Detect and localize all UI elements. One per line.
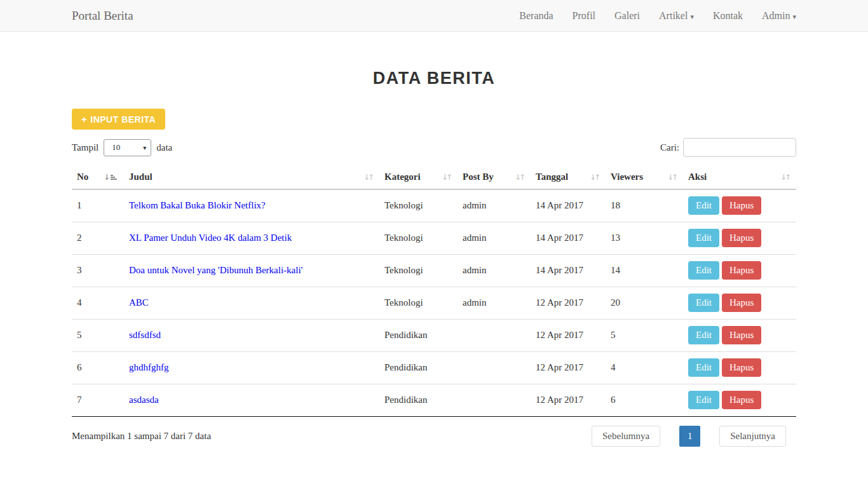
cell-viewers: 4 <box>606 351 683 384</box>
column-label: No <box>77 172 88 182</box>
edit-button[interactable]: Edit <box>688 294 719 312</box>
column-header-tanggal[interactable]: Tanggal↓↑ <box>531 166 606 189</box>
column-header-viewers[interactable]: Viewers↓↑ <box>606 166 683 189</box>
sort-icon: ↓↑ <box>667 173 678 182</box>
input-berita-button[interactable]: +INPUT BERITA <box>72 109 165 130</box>
edit-button[interactable]: Edit <box>688 358 719 377</box>
nav-item-label: Beranda <box>519 10 553 21</box>
sort-icon: ↓↑ <box>442 173 452 182</box>
cell-no: 5 <box>72 319 124 351</box>
hapus-button[interactable]: Hapus <box>722 261 761 280</box>
column-header-judul[interactable]: Judul↓↑ <box>124 166 379 189</box>
search-label: Cari: <box>660 142 679 153</box>
judul-link[interactable]: Telkom Bakal Buka Blokir Netflix? <box>129 200 266 210</box>
nav-item-kontak[interactable]: Kontak <box>703 0 752 32</box>
caret-down-icon: ▾ <box>690 1 694 32</box>
nav-item-label: Profil <box>573 10 595 21</box>
cell-aksi: EditHapus <box>683 222 796 254</box>
hapus-button[interactable]: Hapus <box>722 391 761 409</box>
cell-no: 7 <box>72 384 124 416</box>
table-controls: Tampil 10 ▾ data Cari: <box>72 138 796 157</box>
edit-button[interactable]: Edit <box>688 391 719 409</box>
cell-aksi: EditHapus <box>683 287 796 319</box>
cell-viewers: 20 <box>606 287 683 319</box>
cell-judul: sdfsdfsd <box>124 319 379 351</box>
nav-item-artikel[interactable]: Artikel▾ <box>649 0 703 32</box>
cell-no: 6 <box>72 351 124 384</box>
cell-aksi: EditHapus <box>683 384 796 416</box>
edit-button[interactable]: Edit <box>688 229 719 247</box>
brand-link[interactable]: Portal Berita <box>72 9 133 23</box>
cell-post-by: admin <box>458 287 531 319</box>
cell-post-by: admin <box>458 222 531 254</box>
cell-post-by <box>458 384 531 416</box>
edit-button[interactable]: Edit <box>688 261 719 280</box>
data-berita-table: No↓Judul↓↑Kategori↓↑Post By↓↑Tanggal↓↑Vi… <box>72 166 796 417</box>
cell-tanggal: 14 Apr 2017 <box>531 189 606 222</box>
judul-link[interactable]: ABC <box>129 297 149 308</box>
judul-link[interactable]: ghdhfghfg <box>129 362 169 372</box>
nav-item-galeri[interactable]: Galeri <box>605 0 649 32</box>
sort-icon: ↓↑ <box>515 173 526 182</box>
edit-button[interactable]: Edit <box>688 326 719 344</box>
length-control: Tampil 10 ▾ data <box>72 139 172 156</box>
table-row: 4ABCTeknologiadmin12 Apr 201720EditHapus <box>72 287 796 319</box>
cell-kategori: Pendidikan <box>379 351 458 384</box>
nav-item-admin[interactable]: Admin▾ <box>752 0 796 32</box>
cell-post-by <box>458 351 531 384</box>
cell-viewers: 5 <box>606 319 683 351</box>
sort-active-icon: ↓ <box>104 173 119 182</box>
cell-tanggal: 12 Apr 2017 <box>531 319 606 351</box>
cell-judul: XL Pamer Unduh Video 4K dalam 3 Detik <box>124 222 379 254</box>
table-row: 7asdasdaPendidikan12 Apr 20176EditHapus <box>72 384 796 416</box>
pagination-previous-button[interactable]: Sebelumnya <box>592 426 660 447</box>
chevron-down-icon: ▾ <box>143 144 146 151</box>
cell-aksi: EditHapus <box>683 189 796 222</box>
hapus-button[interactable]: Hapus <box>722 358 761 377</box>
column-label: Viewers <box>611 172 643 182</box>
cell-no: 4 <box>72 287 124 319</box>
cell-post-by: admin <box>458 189 531 222</box>
cell-no: 1 <box>72 189 124 222</box>
cell-kategori: Pendidikan <box>379 319 458 351</box>
nav-item-beranda[interactable]: Beranda <box>510 0 562 32</box>
navbar: Portal Berita BerandaProfilGaleriArtikel… <box>0 0 868 32</box>
nav-item-label: Artikel <box>659 10 688 21</box>
pagination-next-button[interactable]: Selanjutnya <box>719 426 786 447</box>
column-header-post-by[interactable]: Post By↓↑ <box>458 166 531 189</box>
nav-item-label: Admin <box>762 10 790 21</box>
caret-down-icon: ▾ <box>792 1 796 32</box>
cell-kategori: Teknologi <box>379 189 458 222</box>
hapus-button[interactable]: Hapus <box>722 229 761 247</box>
table-row: 1Telkom Bakal Buka Blokir Netflix?Teknol… <box>72 189 796 222</box>
table-row: 5sdfsdfsdPendidikan12 Apr 20175EditHapus <box>72 319 796 351</box>
table-header: No↓Judul↓↑Kategori↓↑Post By↓↑Tanggal↓↑Vi… <box>72 166 796 189</box>
hapus-button[interactable]: Hapus <box>722 196 761 215</box>
judul-link[interactable]: asdasda <box>129 395 159 405</box>
hapus-button[interactable]: Hapus <box>722 294 761 312</box>
nav-item-profil[interactable]: Profil <box>563 0 605 32</box>
cell-tanggal: 14 Apr 2017 <box>531 254 606 287</box>
main-content: DATA BERITA +INPUT BERITA Tampil 10 ▾ da… <box>72 69 796 447</box>
page-title: DATA BERITA <box>72 69 796 88</box>
pagination: Sebelumnya 1 Selanjutnya <box>592 426 796 447</box>
cell-viewers: 18 <box>606 189 683 222</box>
judul-link[interactable]: Doa untuk Novel yang 'Dibunuh Berkali-ka… <box>129 265 302 275</box>
cell-no: 2 <box>72 222 124 254</box>
search-input[interactable] <box>683 138 796 157</box>
cell-viewers: 13 <box>606 222 683 254</box>
length-select[interactable]: 10 ▾ <box>104 139 151 156</box>
table-row: 3Doa untuk Novel yang 'Dibunuh Berkali-k… <box>72 254 796 287</box>
edit-button[interactable]: Edit <box>688 196 719 215</box>
pagination-page-1[interactable]: 1 <box>679 426 700 447</box>
cell-judul: asdasda <box>124 384 379 416</box>
column-header-aksi[interactable]: Aksi↓↑ <box>683 166 796 189</box>
hapus-button[interactable]: Hapus <box>722 326 761 344</box>
judul-link[interactable]: XL Pamer Unduh Video 4K dalam 3 Detik <box>129 233 292 243</box>
column-header-kategori[interactable]: Kategori↓↑ <box>379 166 458 189</box>
table-body: 1Telkom Bakal Buka Blokir Netflix?Teknol… <box>72 189 796 416</box>
cell-tanggal: 12 Apr 2017 <box>531 351 606 384</box>
column-header-no[interactable]: No↓ <box>72 166 124 189</box>
cell-aksi: EditHapus <box>683 254 796 287</box>
judul-link[interactable]: sdfsdfsd <box>129 330 161 340</box>
